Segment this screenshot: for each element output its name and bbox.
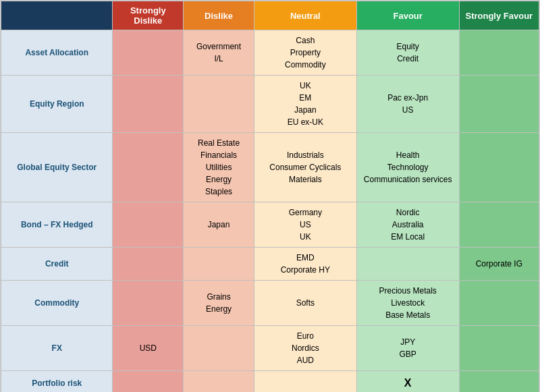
cell-f-row-5: Precious MetalsLivestockBase Metals	[356, 281, 459, 326]
cell-sd-row-6: USD	[113, 326, 184, 371]
cell-f-row-3: NordicAustraliaEM Local	[356, 202, 459, 248]
row-label-5: Commodity	[1, 281, 113, 326]
cell-n-row-3: GermanyUSUK	[254, 202, 356, 248]
row-label-0: Asset Allocation	[1, 30, 113, 76]
cell-sf-row-6	[459, 326, 539, 371]
cell-d-row-4	[184, 248, 254, 281]
cell-sd-row-2	[113, 133, 184, 202]
cell-n-row-7	[254, 371, 356, 393]
cell-sf-row-5	[459, 281, 539, 326]
cell-d-row-2: Real EstateFinancialsUtilitiesEnergyStap…	[184, 133, 254, 202]
header-label	[1, 1, 113, 30]
cell-f-row-4	[356, 248, 459, 281]
header-neutral: Neutral	[254, 1, 356, 30]
row-label-4: Credit	[1, 248, 113, 281]
cell-n-row-0: CashPropertyCommodity	[254, 30, 356, 76]
header-strongly-dislike: Strongly Dislike	[113, 1, 184, 30]
cell-d-row-7	[184, 371, 254, 393]
cell-d-row-0: GovernmentI/L	[184, 30, 254, 76]
cell-sf-row-1	[459, 76, 539, 133]
cell-sd-row-0	[113, 30, 184, 76]
cell-n-row-5: Softs	[254, 281, 356, 326]
row-label-2: Global Equity Sector	[1, 133, 113, 202]
cell-d-row-3: Japan	[184, 202, 254, 248]
cell-f-row-1: Pac ex-JpnUS	[356, 76, 459, 133]
cell-n-row-6: EuroNordicsAUD	[254, 326, 356, 371]
main-table-container: Strongly Dislike Dislike Neutral Favour …	[0, 0, 540, 392]
cell-f-row-7: X	[356, 371, 459, 393]
cell-f-row-0: EquityCredit	[356, 30, 459, 76]
row-label-7: Portfolio risk	[1, 371, 113, 393]
cell-sf-row-4: Corporate IG	[459, 248, 539, 281]
cell-n-row-1: UKEMJapanEU ex-UK	[254, 76, 356, 133]
row-label-3: Bond – FX Hedged	[1, 202, 113, 248]
cell-sd-row-7	[113, 371, 184, 393]
cell-n-row-2: IndustrialsConsumer CyclicalsMaterials	[254, 133, 356, 202]
row-label-6: FX	[1, 326, 113, 371]
cell-sf-row-7	[459, 371, 539, 393]
header-dislike: Dislike	[184, 1, 254, 30]
cell-sf-row-0	[459, 30, 539, 76]
cell-sd-row-4	[113, 248, 184, 281]
cell-sf-row-2	[459, 133, 539, 202]
cell-sd-row-5	[113, 281, 184, 326]
cell-d-row-6	[184, 326, 254, 371]
cell-f-row-6: JPYGBP	[356, 326, 459, 371]
cell-n-row-4: EMDCorporate HY	[254, 248, 356, 281]
cell-sf-row-3	[459, 202, 539, 248]
cell-d-row-1	[184, 76, 254, 133]
header-favour: Favour	[356, 1, 459, 30]
row-label-1: Equity Region	[1, 76, 113, 133]
cell-sd-row-1	[113, 76, 184, 133]
cell-f-row-2: HealthTechnologyCommunication services	[356, 133, 459, 202]
header-strongly-favour: Strongly Favour	[459, 1, 539, 30]
cell-d-row-5: GrainsEnergy	[184, 281, 254, 326]
cell-sd-row-3	[113, 202, 184, 248]
